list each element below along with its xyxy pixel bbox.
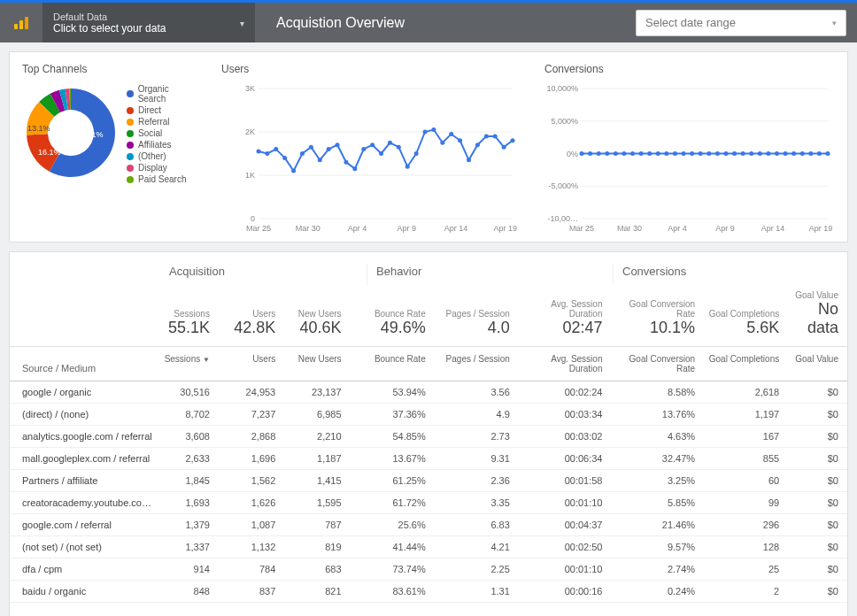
date-range-picker[interactable]: Select date range ▾ — [636, 10, 846, 36]
cell-gcr: 32.47% — [611, 453, 704, 464]
svg-point-82 — [817, 151, 822, 156]
cell-newusers: 821 — [284, 586, 350, 597]
svg-text:Apr 4: Apr 4 — [668, 224, 687, 233]
next-page-button[interactable]: › — [814, 612, 835, 616]
table-row[interactable]: analytics.google.com / referral3,6082,86… — [10, 426, 847, 448]
colhead-gcr[interactable]: Goal Conversion Rate — [611, 354, 704, 373]
svg-text:-10,00…: -10,00… — [547, 214, 578, 223]
colhead-gval[interactable]: Goal Value — [788, 354, 847, 373]
acquisition-table: Acquisition Behavior Conversions Session… — [9, 251, 848, 616]
legend-label: (Other) — [138, 151, 166, 161]
cell-newusers: 2,210 — [284, 431, 350, 442]
svg-point-27 — [423, 130, 428, 135]
svg-point-63 — [656, 151, 660, 156]
svg-point-12 — [291, 169, 296, 173]
top-channels-panel: Top Channels 58.1% 16.1% 13.1% Organic S… — [10, 52, 209, 242]
legend-item[interactable]: (Other) — [127, 151, 197, 161]
table-row[interactable]: baidu / organic84883782183.61%1.3100:00:… — [10, 581, 847, 603]
colhead-dur[interactable]: Avg. Session Duration — [519, 354, 612, 373]
legend-item[interactable]: Referral — [127, 117, 197, 127]
users-line-chart[interactable]: 01K2K3KMar 25Mar 30Apr 4Apr 9Apr 14Apr 1… — [221, 84, 520, 235]
cell-gcomp: 2 — [704, 586, 788, 597]
colhead-gcomp[interactable]: Goal Completions — [704, 354, 788, 373]
cell-gval: $0 — [788, 409, 847, 420]
swatch-icon — [127, 165, 134, 172]
svg-point-57 — [605, 151, 609, 156]
svg-text:Mar 30: Mar 30 — [296, 224, 320, 233]
svg-point-34 — [484, 134, 489, 138]
cell-gval: $0 — [788, 453, 847, 464]
legend-item[interactable]: Affiliates — [127, 140, 197, 150]
cell-pps: 2.25 — [435, 564, 519, 574]
svg-point-65 — [673, 151, 677, 156]
group-conversions: Conversions — [614, 265, 847, 285]
legend-item[interactable]: Social — [127, 128, 197, 138]
svg-point-22 — [379, 151, 383, 156]
table-row[interactable]: google / organic30,51624,95323,13753.94%… — [10, 381, 847, 404]
legend-item[interactable]: Direct — [127, 105, 197, 115]
data-source-selector[interactable]: Default Data Click to select your data ▾ — [42, 3, 255, 42]
legend-label: Social — [138, 128, 162, 138]
table-row[interactable]: mall.googleplex.com / referral2,6331,696… — [10, 448, 847, 470]
svg-text:Apr 9: Apr 9 — [397, 224, 416, 233]
svg-text:Mar 30: Mar 30 — [617, 224, 642, 233]
chevron-down-icon: ▾ — [240, 19, 244, 28]
source-medium-header[interactable]: Source / Medium — [10, 354, 153, 373]
table-row[interactable]: google.com / referral1,3791,08778725.6%6… — [10, 514, 847, 536]
legend: Organic SearchDirectReferralSocialAffili… — [127, 84, 197, 186]
cell-gval: $0 — [788, 564, 847, 574]
svg-point-72 — [732, 151, 737, 156]
svg-point-29 — [440, 141, 444, 145]
svg-point-8 — [257, 150, 261, 154]
summary-gval: Goal ValueNo data — [788, 290, 847, 337]
svg-text:-5,000%: -5,000% — [548, 181, 578, 190]
svg-point-19 — [352, 166, 357, 171]
svg-point-77 — [775, 151, 779, 156]
colhead-pps[interactable]: Pages / Session — [435, 354, 519, 373]
table-row[interactable]: creatoracademy.youtube.co…1,6931,6261,59… — [10, 492, 847, 514]
cell-users: 1,696 — [219, 453, 284, 464]
conversions-line-chart[interactable]: -10,00…-5,000%0%5,000%10,000%Mar 25Mar 3… — [544, 84, 835, 235]
legend-item[interactable]: Organic Search — [127, 84, 197, 104]
svg-point-17 — [336, 142, 340, 147]
table-row[interactable]: Partners / affiliate1,8451,5621,41561.25… — [10, 470, 847, 492]
cell-bounce: 73.74% — [351, 564, 435, 574]
cell-sessions: 848 — [153, 586, 219, 597]
swatch-icon — [127, 119, 134, 126]
svg-point-71 — [723, 151, 728, 156]
legend-item[interactable]: Display — [127, 163, 197, 173]
cell-gval: $0 — [788, 586, 847, 597]
donut-chart[interactable]: 58.1% 16.1% 13.1% — [22, 84, 120, 181]
swatch-icon — [127, 107, 134, 114]
group-behavior: Behavior — [367, 265, 614, 285]
table-row[interactable]: (direct) / (none)8,7027,2376,98537.36%4.… — [10, 404, 847, 426]
cell-users: 1,087 — [219, 520, 284, 530]
swatch-icon — [127, 130, 134, 137]
svg-point-67 — [690, 151, 694, 156]
data-source-label: Default Data — [53, 12, 166, 22]
colhead-newusers[interactable]: New Users — [284, 354, 350, 373]
cell-dur: 00:01:10 — [519, 564, 612, 574]
svg-text:5,000%: 5,000% — [551, 117, 578, 126]
cell-users: 1,132 — [219, 542, 284, 552]
table-row[interactable]: (not set) / (not set)1,3371,13281941.44%… — [10, 536, 847, 558]
legend-item[interactable]: Paid Search — [127, 174, 197, 184]
colhead-users[interactable]: Users — [219, 354, 284, 373]
svg-point-23 — [388, 141, 392, 145]
prev-page-button[interactable]: ‹ — [780, 612, 801, 616]
cell-source: google / organic — [10, 387, 153, 397]
date-cell: Select date range ▾ — [636, 3, 857, 42]
table-row[interactable]: dfa / cpm91478468373.74%2.2500:01:102.74… — [10, 558, 847, 581]
summary-dur: Avg. Session Duration02:47 — [519, 299, 612, 337]
svg-point-59 — [622, 151, 626, 156]
cell-users: 784 — [219, 564, 284, 574]
users-panel: Users 01K2K3KMar 25Mar 30Apr 4Apr 9Apr 1… — [209, 52, 532, 242]
svg-point-10 — [274, 147, 278, 151]
svg-point-60 — [630, 151, 635, 156]
colhead-bounce[interactable]: Bounce Rate — [351, 354, 435, 373]
colhead-sessions[interactable]: Sessions ▼ — [153, 354, 219, 373]
svg-point-76 — [766, 151, 770, 156]
cell-gval: $0 — [788, 497, 847, 508]
cell-gval: $0 — [788, 542, 847, 552]
cell-sessions: 1,337 — [153, 542, 219, 552]
